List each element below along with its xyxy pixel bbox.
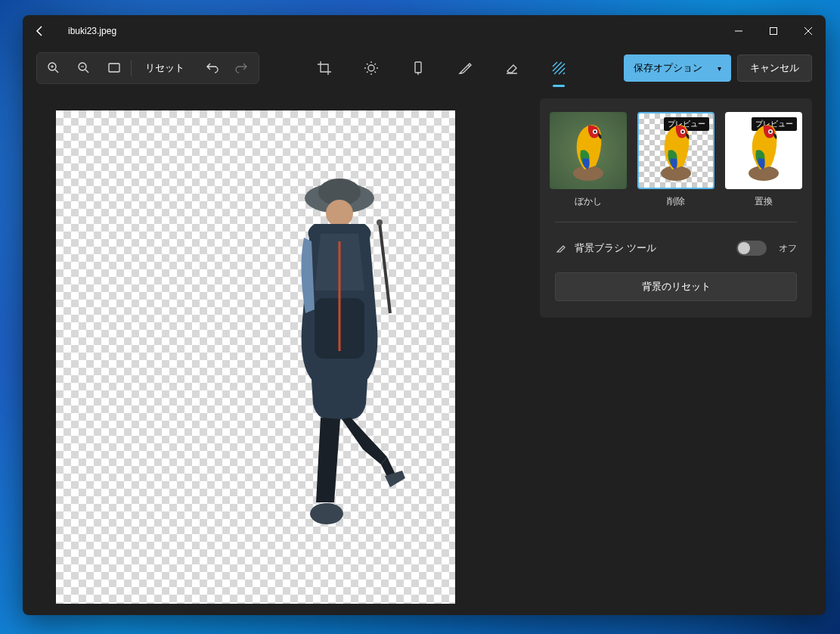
background-tool[interactable] <box>543 52 575 84</box>
image-canvas[interactable] <box>56 110 455 604</box>
markup-tool[interactable] <box>449 52 481 84</box>
save-options-button[interactable]: 保存オプション ▾ <box>624 54 731 82</box>
svg-line-26 <box>553 62 562 71</box>
svg-line-35 <box>380 222 390 313</box>
brush-toggle[interactable] <box>736 241 767 256</box>
svg-line-9 <box>85 70 88 73</box>
svg-line-27 <box>554 64 565 74</box>
toolbar: リセット <box>23 47 826 89</box>
svg-point-32 <box>326 200 353 227</box>
parrot-icon <box>649 117 702 185</box>
chevron-down-icon: ▾ <box>718 64 721 73</box>
crop-tool[interactable] <box>308 52 340 84</box>
maximize-button[interactable] <box>756 15 791 47</box>
file-name: ibuki23.jpeg <box>68 26 116 36</box>
svg-rect-21 <box>415 62 421 73</box>
bg-option-label: ぼかし <box>575 195 602 208</box>
svg-line-5 <box>55 70 58 73</box>
filter-tool[interactable] <box>402 52 434 84</box>
zoom-out-button[interactable] <box>69 54 99 82</box>
svg-line-17 <box>367 64 368 65</box>
svg-point-43 <box>682 131 684 133</box>
svg-line-19 <box>367 72 368 73</box>
parrot-icon <box>737 117 790 185</box>
cancel-button[interactable]: キャンセル <box>737 54 812 82</box>
svg-point-37 <box>310 503 343 524</box>
svg-line-20 <box>375 64 377 65</box>
svg-point-46 <box>770 131 772 133</box>
reset-background-button[interactable]: 背景のリセット <box>555 272 797 301</box>
bg-option-label: 削除 <box>667 195 685 208</box>
bg-option-1[interactable]: プレビュー <box>637 112 714 189</box>
erase-tool[interactable] <box>496 52 528 84</box>
bg-option-0[interactable] <box>550 112 627 189</box>
brush-icon <box>555 242 567 254</box>
zoom-in-button[interactable] <box>39 54 69 82</box>
bg-option-2[interactable]: プレビュー <box>725 112 802 189</box>
titlebar: ibuki23.jpeg <box>23 15 826 47</box>
undo-button[interactable] <box>197 54 227 82</box>
svg-line-18 <box>375 72 377 73</box>
bg-option-label: 置換 <box>755 195 773 208</box>
svg-rect-1 <box>770 28 777 35</box>
parrot-icon <box>562 117 615 185</box>
svg-line-25 <box>553 62 557 67</box>
cutout-subject <box>268 177 411 540</box>
back-button[interactable] <box>23 15 57 47</box>
toggle-state: オフ <box>779 242 797 255</box>
svg-line-29 <box>563 73 565 74</box>
svg-point-40 <box>594 131 597 133</box>
canvas-area[interactable] <box>23 89 540 615</box>
svg-rect-11 <box>109 64 119 72</box>
close-button[interactable] <box>791 15 826 47</box>
svg-point-12 <box>368 65 374 71</box>
brush-tool-label: 背景ブラシ ツール <box>575 241 729 255</box>
svg-point-36 <box>377 219 383 225</box>
reset-button[interactable]: リセット <box>133 54 197 82</box>
fit-screen-button[interactable] <box>99 54 129 82</box>
adjust-tool[interactable] <box>355 52 387 84</box>
background-panel: ぼかし プレビュー 削除 プレビュー <box>540 89 826 615</box>
redo-button[interactable] <box>227 54 257 82</box>
minimize-button[interactable] <box>721 15 756 47</box>
app-window: ibuki23.jpeg <box>23 15 826 615</box>
